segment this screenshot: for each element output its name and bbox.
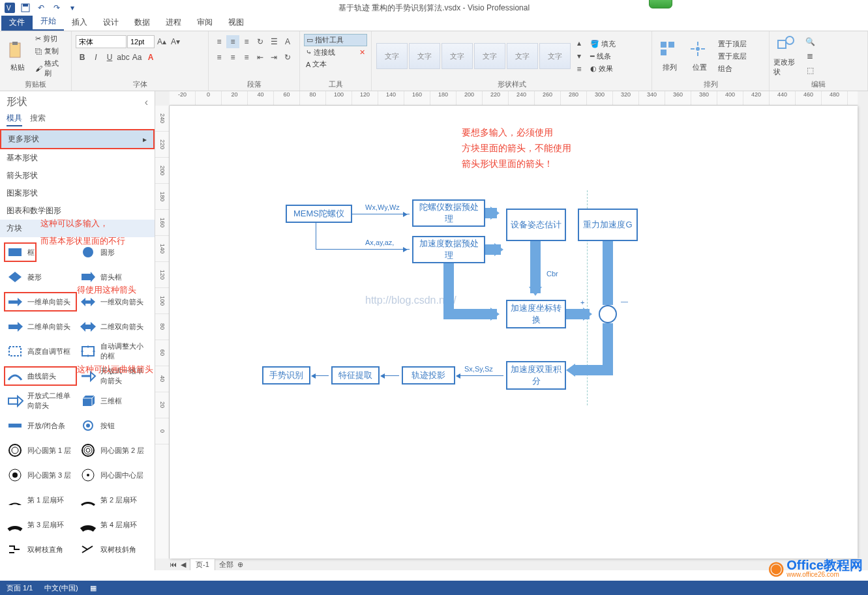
align-top-icon[interactable]: ≡ [213,35,226,48]
stencil-item[interactable]: 开放/闭合条 [4,413,77,438]
stencil-item[interactable]: 自动调整大小的框 [77,339,150,364]
gallery-up-icon[interactable]: ▴ [573,36,586,50]
stencil-item[interactable]: 菱形 [4,265,77,289]
style-preset-1[interactable]: 文字 [376,43,408,69]
gallery-down-icon[interactable]: ▾ [573,50,586,63]
stencil-item[interactable]: 第 2 层扇环 [77,487,150,512]
align-center-icon[interactable]: ≡ [226,51,239,64]
shrink-font-icon[interactable]: A▾ [169,35,182,48]
connector-thick[interactable] [443,263,454,314]
text-tool-button[interactable]: A文本 [304,59,367,70]
bold-icon[interactable]: B [76,51,89,64]
category-pattern[interactable]: 图案形状 [0,184,155,202]
bring-front-button[interactable]: 置于顶层 [716,38,749,50]
arrange-button[interactable]: 排列 [656,33,683,80]
tab-home[interactable]: 开始 [33,13,64,31]
effects-button[interactable]: ◐效果 [588,63,618,74]
stencil-item[interactable]: 按钮 [77,413,150,438]
sum-node[interactable] [599,305,617,323]
qat-dropdown-icon[interactable]: ▾ [65,1,80,14]
stencil-item[interactable]: 圆形 [77,240,150,265]
shape-accel-pre[interactable]: 加速度数据预处理 [412,236,485,263]
gallery-more-icon[interactable]: ≡ [573,63,586,76]
shape-recog[interactable]: 手势识别 [262,366,310,385]
stencil-item[interactable]: 双树枝直角 [4,537,77,562]
stencil-item[interactable]: 二维双向箭头 [77,314,150,339]
italic-icon[interactable]: I [89,51,102,64]
stencil-item[interactable]: 同心圆第 1 层 [4,438,77,463]
find-icon[interactable]: 🔍 [803,35,816,48]
indent-dec-icon[interactable]: ⇤ [254,51,267,64]
page-tab-1[interactable]: 页-1 [190,559,215,570]
style-preset-6[interactable]: 文字 [539,43,571,69]
position-button[interactable]: 位置 [686,33,713,80]
stencil-item[interactable]: 三维框 [77,388,150,413]
change-shape-button[interactable]: 更改形状 [773,33,801,80]
connector[interactable] [456,375,503,376]
tab-search[interactable]: 搜索 [30,113,46,126]
category-basic[interactable]: 基本形状 [0,149,155,167]
connector-thick[interactable] [566,309,590,319]
align-bottom-icon[interactable]: ≡ [240,35,253,48]
visio-app-icon[interactable]: V [3,1,17,14]
style-preset-2[interactable]: 文字 [409,43,440,69]
stencil-item[interactable]: 一维双向箭头 [77,289,150,314]
tab-data[interactable]: 数据 [127,14,158,31]
shape-gyro-pre[interactable]: 陀螺仪数据预处理 [412,199,485,227]
category-more-shapes[interactable]: 更多形状▸ [0,129,155,149]
connector[interactable] [316,223,316,249]
connector[interactable] [381,375,399,376]
pointer-tool-button[interactable]: ▭指针工具 [304,34,367,46]
send-back-button[interactable]: 置于底层 [716,51,749,62]
shape-mems[interactable]: MEMS陀螺仪 [286,205,352,223]
category-arrow[interactable]: 箭头形状 [0,167,155,184]
drawing-page[interactable]: 要想多输入，必须使用 方块里面的箭头，不能使用 箭头形状里面的箭头！ http:… [170,106,858,559]
undo-icon[interactable]: ↶ [34,1,48,14]
style-preset-4[interactable]: 文字 [474,43,505,69]
stencil-item[interactable]: 同心圆第 3 层 [4,463,77,487]
text-case-icon[interactable]: Aa [130,51,143,64]
style-preset-3[interactable]: 文字 [441,43,473,69]
account-indicator[interactable] [649,0,672,10]
stencil-item[interactable]: 第 4 层扇环 [77,512,150,537]
stencil-item[interactable]: 二维单向箭头 [4,314,77,339]
font-size-combo[interactable]: 12pt [127,35,155,48]
align-left-icon[interactable]: ≡ [213,51,226,64]
shape-attitude[interactable]: 设备姿态估计 [506,209,566,241]
connector-thick[interactable] [575,365,613,375]
shape-feat[interactable]: 特征提取 [331,366,380,385]
connector-thick[interactable] [603,323,613,365]
stencil-item[interactable]: 高度自调节框 [4,339,77,364]
stencil-item[interactable]: 第 1 层扇环 [4,487,77,512]
category-chart[interactable]: 图表和数学图形 [0,202,155,220]
add-page-icon[interactable]: ⊕ [237,560,243,569]
grow-font-icon[interactable]: A▴ [155,35,168,48]
group-button[interactable]: 组合 [716,63,749,74]
strikethrough-icon[interactable]: abc [117,51,130,64]
connector-thick[interactable] [443,309,497,319]
shape-double-int[interactable]: 加速度双重积分 [506,361,566,390]
connector-thick[interactable] [603,241,613,305]
tab-process[interactable]: 进程 [158,14,189,31]
stencil-item[interactable]: 开放式二维单向箭头 [4,388,77,413]
paste-button[interactable]: 粘贴 [4,33,31,80]
orientation-icon[interactable]: ↻ [254,35,267,48]
font-name-combo[interactable]: 宋体 [76,35,127,48]
page-tab-all[interactable]: 全部 [219,560,233,570]
stencil-item[interactable]: 同心圆中心层 [77,463,150,487]
stencil-item[interactable]: 开放式一维单向箭头 [77,364,150,388]
stencil-item[interactable]: 箭头框 [77,265,150,289]
shape-proj[interactable]: 轨迹投影 [402,366,455,385]
indent-inc-icon[interactable]: ⇥ [267,51,280,64]
page-nav-first[interactable]: ⏮ [170,560,177,568]
underline-icon[interactable]: U [103,51,116,64]
font-color-icon[interactable]: A [144,51,157,64]
tab-file[interactable]: 文件 [1,14,33,31]
shape-gravity[interactable]: 重力加速度G [578,209,638,241]
macro-icon[interactable]: ▦ [90,584,97,592]
chevron-left-icon[interactable]: ‹ [145,96,148,108]
cut-button[interactable]: ✂剪切 [33,33,67,44]
line-button[interactable]: ━线条 [588,51,618,62]
format-painter-button[interactable]: 🖌格式刷 [33,58,67,79]
tab-design[interactable]: 设计 [95,14,127,31]
